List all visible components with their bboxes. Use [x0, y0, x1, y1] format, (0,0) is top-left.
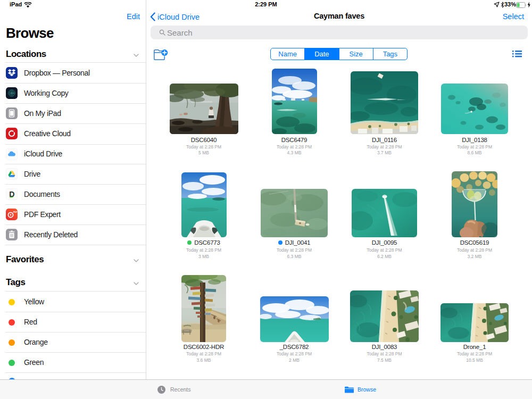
svg-text:PDF: PDF: [13, 211, 18, 213]
